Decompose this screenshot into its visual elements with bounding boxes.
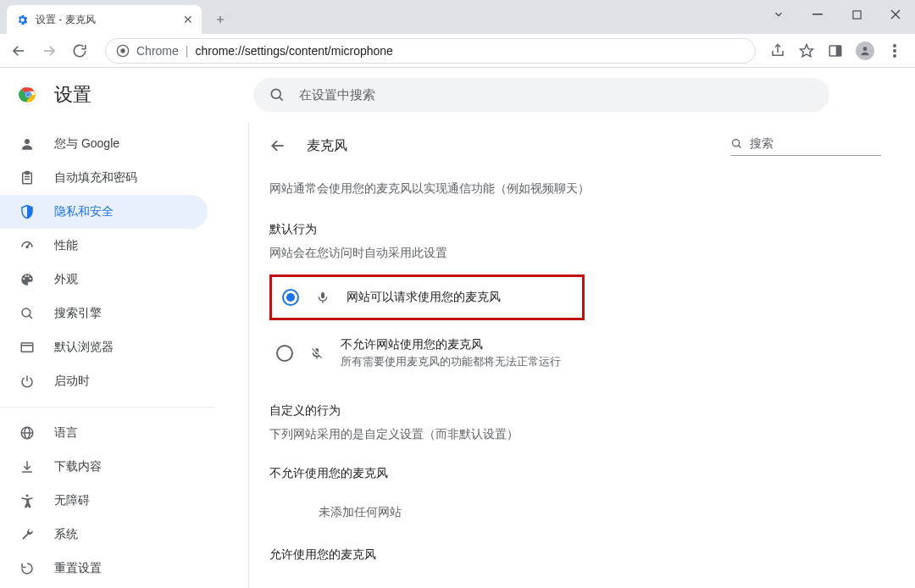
default-section-subtitle: 网站会在您访问时自动采用此设置 [269,246,881,261]
svg-point-28 [22,308,30,317]
tab-title: 设置 - 麦克风 [36,13,176,27]
radio-button-unchecked[interactable] [276,345,293,362]
sidebar-label: 重置设置 [54,561,102,576]
share-icon[interactable] [769,42,786,59]
sidebar-item-downloads[interactable]: 下载内容 [0,450,208,484]
microphone-off-icon [308,347,325,360]
radio-label: 不允许网站使用您的麦克风 [341,337,561,352]
settings-search-placeholder: 在设置中搜索 [299,87,375,103]
svg-point-14 [893,44,896,47]
sidebar-label: 启动时 [54,374,90,389]
left-column: 设置 您与 Google 自动填充和密码 隐私和安全 性能 外观 [0,68,248,588]
sidebar-item-startup[interactable]: 启动时 [0,364,208,398]
sidebar-item-privacy[interactable]: 隐私和安全 [0,195,208,229]
sidebar-item-languages[interactable]: 语言 [0,416,208,450]
address-origin-label: Chrome [136,44,179,58]
sidebar-label: 外观 [54,272,78,287]
reload-button[interactable] [68,39,92,63]
content-back-button[interactable] [269,137,286,154]
sidebar-item-default-browser[interactable]: 默认浏览器 [0,330,208,364]
radio-button-checked[interactable] [282,289,299,306]
sidebar-item-you-and-google[interactable]: 您与 Google [0,127,208,161]
chrome-lock-icon [116,44,130,58]
content-description: 网站通常会使用您的麦克风以实现通信功能（例如视频聊天） [269,181,881,197]
window-controls [759,0,915,29]
sidebar-item-search-engine[interactable]: 搜索引擎 [0,297,208,330]
radio-option-block[interactable]: 不允许网站使用您的麦克风 所有需要使用麦克风的功能都将无法正常运行 [269,327,881,380]
window-maximize-button[interactable] [837,0,876,29]
svg-point-15 [893,49,896,53]
sidebar-item-performance[interactable]: 性能 [0,229,208,263]
back-button[interactable] [7,39,30,63]
address-bar[interactable]: Chrome | chrome://settings/content/micro… [105,38,756,64]
block-list-empty: 未添加任何网站 [269,490,881,535]
svg-point-27 [26,247,28,248]
svg-point-13 [863,47,868,51]
svg-rect-12 [837,46,841,56]
app-title: 设置 [54,82,92,108]
settings-app: 设置 您与 Google 自动填充和密码 隐私和安全 性能 外观 [0,68,915,588]
window-caret-icon[interactable] [759,0,798,29]
svg-point-39 [271,89,280,98]
radio-option-allow[interactable]: 网站可以请求使用您的麦克风 [275,279,579,316]
globe-icon [19,425,36,441]
shield-icon [19,204,36,219]
sidebar-label: 语言 [54,425,78,441]
browser-tab[interactable]: 设置 - 麦克风 ✕ [7,5,202,34]
settings-search-input[interactable]: 在设置中搜索 [253,78,829,112]
sidebar-label: 您与 Google [54,136,119,152]
address-separator: | [186,44,189,58]
svg-point-7 [120,48,125,53]
svg-line-40 [280,97,283,101]
sidebar-item-accessibility[interactable]: 无障碍 [0,484,208,518]
bookmark-star-icon[interactable] [798,42,815,59]
sidebar-label: 搜索引擎 [54,306,102,321]
sidebar-label: 默认浏览器 [54,340,114,355]
search-icon [730,137,743,150]
sidebar-item-autofill[interactable]: 自动填充和密码 [0,161,208,195]
allow-section-title: 允许使用您的麦克风 [269,547,881,563]
content-title: 麦克风 [307,137,347,155]
close-tab-icon[interactable]: ✕ [183,13,193,26]
speedometer-icon [19,238,36,253]
profile-avatar[interactable] [856,42,874,60]
sidebar-item-system[interactable]: 系统 [0,518,208,552]
sidebar-divider [0,407,214,408]
person-icon [19,136,36,152]
radio-sublabel: 所有需要使用麦克风的功能都将无法正常运行 [341,354,561,369]
clipboard-icon [19,170,36,186]
sidebar-label: 系统 [54,527,78,542]
content-header: 麦克风 搜索 [269,122,881,169]
side-panel-icon[interactable] [827,42,844,59]
kebab-menu-icon[interactable] [886,42,903,59]
svg-rect-30 [21,343,33,352]
svg-point-16 [893,54,896,58]
svg-line-29 [29,315,32,319]
svg-rect-23 [25,172,30,175]
svg-point-21 [25,139,30,144]
svg-line-43 [739,146,741,148]
sidebar-label: 隐私和安全 [54,204,114,219]
svg-point-38 [26,495,29,497]
search-icon [269,86,286,103]
content-search-input[interactable]: 搜索 [730,136,881,156]
window-minimize-button[interactable] [798,0,837,29]
radio-label: 网站可以请求使用您的麦克风 [347,290,501,305]
window-close-button[interactable] [876,0,915,29]
sidebar-item-reset[interactable]: 重置设置 [0,552,208,585]
app-header-search-area: 在设置中搜索 [248,68,915,122]
new-tab-button[interactable] [208,8,232,31]
browser-window-icon [19,340,36,355]
sidebar: 您与 Google 自动填充和密码 隐私和安全 性能 外观 搜索引擎 [0,122,248,585]
power-icon [19,374,36,389]
gear-icon [15,13,29,26]
highlighted-option: 网站可以请求使用您的麦克风 [269,275,585,320]
download-icon [19,459,36,474]
reset-icon [19,561,36,576]
app-header: 设置 [0,68,248,122]
forward-button [37,39,61,63]
sidebar-item-appearance[interactable]: 外观 [0,263,208,297]
toolbar-actions [769,42,908,60]
search-icon [19,306,36,321]
browser-toolbar: Chrome | chrome://settings/content/micro… [0,34,915,68]
